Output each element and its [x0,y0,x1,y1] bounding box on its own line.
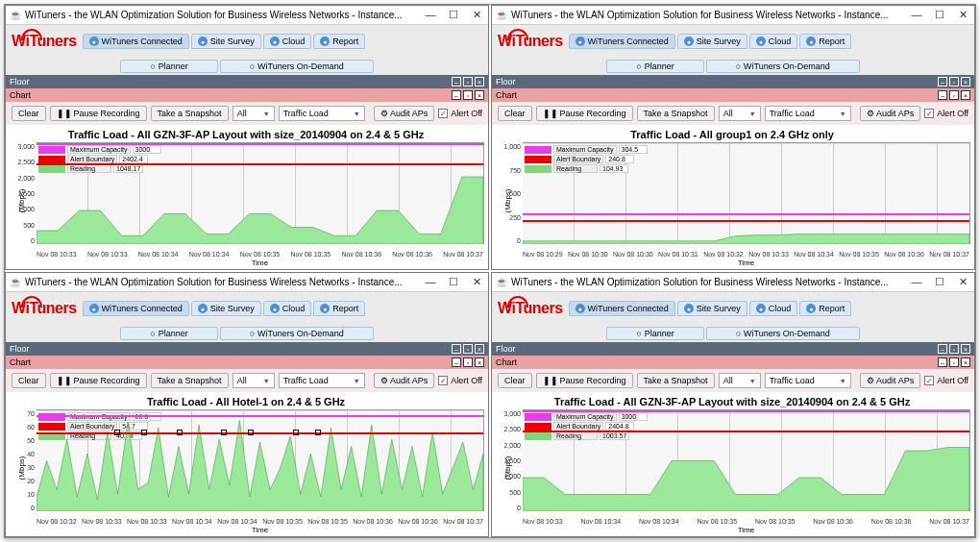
panel-restore-icon[interactable]: ▫ [463,90,473,100]
main-tab[interactable]: ●Cloud [263,301,312,316]
maximize-button[interactable]: ☐ [932,276,947,288]
panel-minimize-icon[interactable]: – [938,77,947,86]
sub-tab[interactable]: ○Planner [606,60,703,73]
metric-select[interactable]: Traffic Load▼ [279,106,365,121]
x-tick: Nov 08 10:34 [639,518,679,525]
main-tab[interactable]: ●Report [313,301,365,316]
alert-off-checkbox[interactable]: ✓Alert Off [438,376,482,385]
maximize-button[interactable]: ☐ [446,276,461,288]
panel-close-icon[interactable]: × [475,90,484,100]
minimize-button[interactable]: — [423,9,438,21]
clear-button[interactable]: Clear [12,373,46,388]
panel-minimize-icon[interactable]: – [938,90,947,100]
panel-restore-icon[interactable]: ▫ [463,344,473,354]
main-tab[interactable]: ●Report [799,301,851,316]
maximize-button[interactable]: ☐ [932,9,947,21]
main-tab[interactable]: ●Cloud [749,34,798,49]
panel-restore-icon[interactable]: ▫ [949,357,959,367]
panel-close-icon[interactable]: × [961,357,970,367]
alert-boundary-line [523,220,969,222]
panel-minimize-icon[interactable]: – [452,357,461,367]
audit-aps-button[interactable]: ⚙Audit APs [374,106,434,121]
snapshot-button[interactable]: Take a Snapshot [151,373,229,388]
pause-recording-button[interactable]: ❚❚Pause Recording [536,373,633,388]
clear-button[interactable]: Clear [498,373,532,388]
snapshot-button[interactable]: Take a Snapshot [151,106,229,121]
pause-recording-button[interactable]: ❚❚Pause Recording [50,106,147,121]
audit-aps-button[interactable]: ⚙Audit APs [860,373,920,388]
sub-tab[interactable]: ○WiTuners On-Demand [706,60,860,73]
main-tab[interactable]: ●Cloud [749,301,798,316]
main-tab[interactable]: ●Site Survey [191,34,261,49]
scope-select[interactable]: All▼ [719,373,761,388]
main-tab[interactable]: ●Report [799,34,851,49]
metric-select[interactable]: Traffic Load▼ [765,373,851,388]
alert-off-checkbox[interactable]: ✓Alert Off [438,109,482,118]
minimize-button[interactable]: — [909,9,924,21]
clear-button[interactable]: Clear [12,106,46,121]
sub-tab[interactable]: ○WiTuners On-Demand [220,60,374,73]
panel-close-icon[interactable]: × [961,344,970,354]
clear-button[interactable]: Clear [498,106,532,121]
metric-select[interactable]: Traffic Load▼ [765,106,851,121]
main-tabs: ●WiTuners Connected●Site Survey●Cloud●Re… [569,34,852,49]
x-tick: Nov 08 10:36 [353,518,393,525]
main-tab[interactable]: ●Site Survey [677,34,747,49]
close-button[interactable]: ✕ [469,9,484,21]
close-button[interactable]: ✕ [955,9,970,21]
minimize-button[interactable]: — [909,276,924,288]
sub-tab[interactable]: ○WiTuners On-Demand [220,327,374,340]
panel-minimize-icon[interactable]: – [938,357,947,367]
subtab-icon: ○ [636,329,641,338]
panel-minimize-icon[interactable]: – [938,344,947,354]
tab-label: Site Survey [697,304,741,313]
scope-select[interactable]: All▼ [719,106,761,121]
panel-minimize-icon[interactable]: – [452,77,461,86]
panel-close-icon[interactable]: × [961,90,970,100]
sub-tab[interactable]: ○Planner [120,60,217,73]
audit-aps-button[interactable]: ⚙Audit APs [860,106,920,121]
sub-tab[interactable]: ○Planner [120,327,217,340]
close-button[interactable]: ✕ [955,276,970,288]
snapshot-button[interactable]: Take a Snapshot [637,106,715,121]
panel-restore-icon[interactable]: ▫ [949,77,959,86]
alert-off-checkbox[interactable]: ✓Alert Off [924,109,968,118]
metric-select[interactable]: Traffic Load▼ [279,373,365,388]
panel-close-icon[interactable]: × [961,77,970,86]
main-tab[interactable]: ●Site Survey [677,301,747,316]
chevron-down-icon: ▼ [263,378,270,384]
main-tab[interactable]: ●WiTuners Connected [569,301,675,316]
tab-label: WiTuners Connected [588,37,669,46]
panel-close-icon[interactable]: × [475,357,484,367]
panel-restore-icon[interactable]: ▫ [949,90,959,100]
logo: WiTuners [10,33,77,50]
main-tab[interactable]: ●Report [313,34,365,49]
panel-restore-icon[interactable]: ▫ [949,344,959,354]
main-tab[interactable]: ●WiTuners Connected [569,34,675,49]
sub-tab[interactable]: ○Planner [606,327,703,340]
main-tab[interactable]: ●WiTuners Connected [83,34,189,49]
minimize-button[interactable]: — [423,276,438,288]
panel-restore-icon[interactable]: ▫ [463,77,473,86]
main-tab[interactable]: ●WiTuners Connected [83,301,189,316]
main-tab[interactable]: ●Site Survey [191,301,261,316]
main-tab[interactable]: ●Cloud [263,34,312,49]
scope-select[interactable]: All▼ [233,106,275,121]
panel-restore-icon[interactable]: ▫ [463,357,473,367]
panel-close-icon[interactable]: × [475,77,484,86]
pause-recording-button[interactable]: ❚❚Pause Recording [536,106,633,121]
pause-recording-button[interactable]: ❚❚Pause Recording [50,373,147,388]
panel-minimize-icon[interactable]: – [452,344,461,354]
panel-close-icon[interactable]: × [475,344,484,354]
audit-aps-button[interactable]: ⚙Audit APs [374,373,434,388]
maximize-button[interactable]: ☐ [446,9,461,21]
sub-tab[interactable]: ○WiTuners On-Demand [706,327,860,340]
y-tick: 50 [10,437,35,444]
alert-off-checkbox[interactable]: ✓Alert Off [924,376,968,385]
snapshot-button[interactable]: Take a Snapshot [637,373,715,388]
x-tick: Nov 08 10:32 [703,251,744,258]
close-button[interactable]: ✕ [469,276,484,288]
scope-select[interactable]: All▼ [233,373,275,388]
panel-minimize-icon[interactable]: – [452,90,461,100]
tab-label: Report [332,304,358,313]
